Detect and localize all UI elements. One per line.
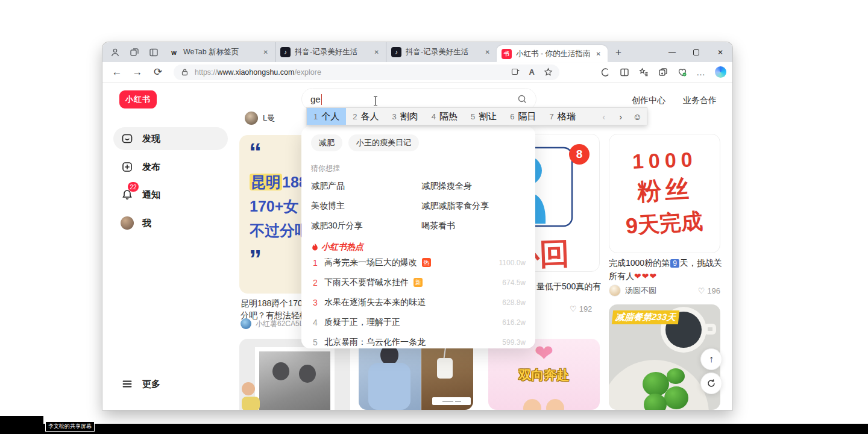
ime-candidate[interactable]: 4隔热	[425, 108, 464, 125]
history-chip[interactable]: 小王的瘦美日记	[348, 134, 419, 151]
profile-icon[interactable]	[110, 47, 121, 58]
wellness-icon[interactable]	[677, 67, 687, 77]
tab-close-icon[interactable]: ✕	[262, 49, 270, 55]
feed-user-name: L曼	[263, 113, 275, 124]
feed-user-chip[interactable]: L曼	[245, 112, 275, 125]
essentials-icon[interactable]	[600, 67, 610, 77]
browser-window: w WeTab 新标签页 ✕ ♪ 抖音-记录美好生活 ✕ ♪ 抖音-记录美好生活…	[102, 42, 732, 410]
business-link[interactable]: 业务合作	[683, 95, 717, 106]
xiaohongshu-logo[interactable]: 小红书	[119, 90, 157, 108]
heart-outline-icon: ♡	[698, 286, 705, 295]
refresh-button[interactable]: ⟳	[149, 64, 166, 81]
publish-icon	[121, 160, 134, 174]
favorites-bar-icon[interactable]	[638, 67, 649, 77]
suggestion-item[interactable]: 喝茶看书	[421, 216, 526, 236]
hot-item[interactable]: 3 水果在逐渐失去本来的味道 628.8w	[311, 292, 526, 312]
minimize-button[interactable]: —	[660, 42, 684, 62]
suggestion-item[interactable]: 减肥操瘦全身	[421, 176, 526, 196]
feed-card-pink[interactable]: ❤ 双向奔赴	[488, 339, 600, 410]
card-caption[interactable]: 量低于500真的有	[536, 280, 601, 292]
card-author[interactable]: 汤圆不圆 ♡196	[609, 285, 720, 297]
hot-item[interactable]: 4 质疑于正，理解于正 616.2w	[311, 312, 526, 332]
split-window-icon[interactable]	[511, 67, 521, 77]
vertical-tabs-icon[interactable]	[148, 47, 159, 58]
tab-xiaohongshu-active[interactable]: 书 小红书 - 你的生活指南 ✕	[497, 45, 608, 62]
suggestion-item[interactable]: 减肥减脂零食分享	[421, 196, 526, 216]
day-badge: 9	[670, 259, 679, 268]
creator-center-link[interactable]: 创作中心	[632, 95, 665, 106]
hot-item[interactable]: 5 北京暴雨：乌云化作一条龙 599.3w	[311, 332, 526, 348]
feed-card-photo-bw[interactable]	[239, 339, 350, 410]
suggestion-item[interactable]: 减肥30斤分享	[311, 216, 415, 236]
search-icon[interactable]	[517, 94, 527, 104]
address-bar[interactable]: https://www.xiaohongshu.com/explore A	[174, 64, 559, 80]
me-avatar	[121, 216, 134, 230]
photo-watermark	[432, 397, 471, 405]
suggestion-item[interactable]: 美妆博主	[311, 196, 415, 216]
hot-item[interactable]: 2 下雨天不要背碱水挂件 新 674.5w	[311, 272, 526, 292]
figure	[242, 382, 260, 410]
ime-candidate[interactable]: 2各人	[346, 108, 385, 125]
tab-title: 小红书 - 你的生活指南	[516, 49, 590, 59]
author-name: 小红薯62CA5D	[256, 319, 304, 329]
tab-wetab[interactable]: w WeTab 新标签页 ✕	[164, 42, 275, 62]
feed-card-fans[interactable]: 1000 粉丝 9天完成	[609, 134, 720, 253]
collections-icon[interactable]	[658, 67, 668, 77]
ime-candidate[interactable]: 1个人	[307, 108, 346, 125]
hot-item[interactable]: 1 高考完来一场巨大的爆改 热 1100.0w	[311, 253, 526, 272]
tab-douyin-2[interactable]: ♪ 抖音-记录美好生活 ✕	[386, 42, 497, 62]
back-button[interactable]: ←	[108, 64, 125, 81]
feed-refresh-button[interactable]	[700, 373, 722, 394]
history-chip[interactable]: 减肥	[311, 134, 342, 151]
like-count[interactable]: ♡196	[698, 286, 720, 295]
card-caption[interactable]: 完成1000粉的第9天，挑战关 所有人❤❤❤	[609, 257, 723, 283]
tab-title: 抖音-记录美好生活	[406, 47, 479, 57]
suggestion-item[interactable]: 减肥产品	[311, 176, 415, 196]
bw-photo	[255, 347, 335, 410]
back-to-top-button[interactable]: ↑	[700, 348, 722, 370]
ime-candidate[interactable]: 7格瑞	[542, 108, 582, 125]
maximize-button[interactable]	[684, 42, 708, 62]
card-author[interactable]: 小红薯62CA5D	[241, 318, 304, 329]
forward-button[interactable]: →	[129, 64, 146, 81]
ime-candidate[interactable]: 6隔日	[503, 108, 542, 125]
favorite-star-icon[interactable]	[543, 67, 553, 77]
ime-next-page-icon[interactable]: ›	[614, 112, 628, 122]
ime-candidate-bar: 1个人 2各人 3割肉 4隔热 5割让 6隔日 7格瑞 ‹ › ☺	[306, 107, 647, 125]
tab-close-icon[interactable]: ✕	[373, 49, 381, 55]
sidebar-item-me[interactable]: 我	[113, 212, 228, 234]
more-icon[interactable]: …	[696, 67, 706, 77]
tab-close-icon[interactable]: ✕	[483, 49, 492, 55]
pink-heart-icon: ❤	[535, 341, 554, 366]
sidebar-item-label: 我	[142, 218, 151, 229]
hot-list: 1 高考完来一场巨大的爆改 热 1100.0w 2 下雨天不要背碱水挂件 新 6…	[311, 253, 526, 348]
search-history: 减肥 小王的瘦美日记	[311, 134, 526, 151]
lock-icon	[180, 67, 190, 77]
ime-prev-page-icon[interactable]: ‹	[597, 112, 611, 122]
suggestions: 减肥产品 减肥操瘦全身 美妆博主 减肥减脂零食分享 减肥30斤分享 喝茶看书	[311, 176, 526, 236]
feed-card-photo-girls[interactable]	[359, 339, 473, 410]
like-count[interactable]: ♡ 192	[570, 304, 592, 313]
tab-close-icon[interactable]: ✕	[594, 51, 603, 57]
sidebar-item-more[interactable]: 更多	[113, 373, 228, 395]
ime-candidate[interactable]: 5割让	[464, 108, 503, 125]
tab-douyin-1[interactable]: ♪ 抖音-记录美好生活 ✕	[275, 42, 386, 62]
emoji-icon[interactable]: ☺	[633, 112, 642, 122]
copilot-icon[interactable]	[715, 66, 726, 78]
sidebar-item-label: 发布	[142, 162, 160, 173]
ime-candidate[interactable]: 3割肉	[385, 108, 424, 125]
new-tab-button[interactable]: +	[610, 44, 627, 61]
split-screen-icon[interactable]	[619, 67, 629, 77]
close-button[interactable]: ✕	[708, 42, 732, 62]
read-aloud-icon[interactable]: A	[529, 68, 535, 77]
search-dropdown: 减肥 小王的瘦美日记 猜你想搜 减肥产品 减肥操瘦全身 美妆博主 减肥减脂零食分…	[301, 127, 535, 348]
workspaces-icon[interactable]	[129, 47, 140, 58]
sidebar-item-notifications[interactable]: 22 通知	[113, 183, 228, 206]
sidebar-item-publish[interactable]: 发布	[113, 156, 228, 178]
browser-tab-bar: w WeTab 新标签页 ✕ ♪ 抖音-记录美好生活 ✕ ♪ 抖音-记录美好生活…	[102, 42, 732, 62]
flame-icon	[311, 243, 319, 251]
sidebar-item-discover[interactable]: 发现	[113, 127, 228, 150]
food-label: 减脂餐第233天	[612, 310, 679, 324]
hot-list-header: 小红书热点	[311, 242, 526, 253]
address-bar-icons: A	[511, 67, 553, 77]
